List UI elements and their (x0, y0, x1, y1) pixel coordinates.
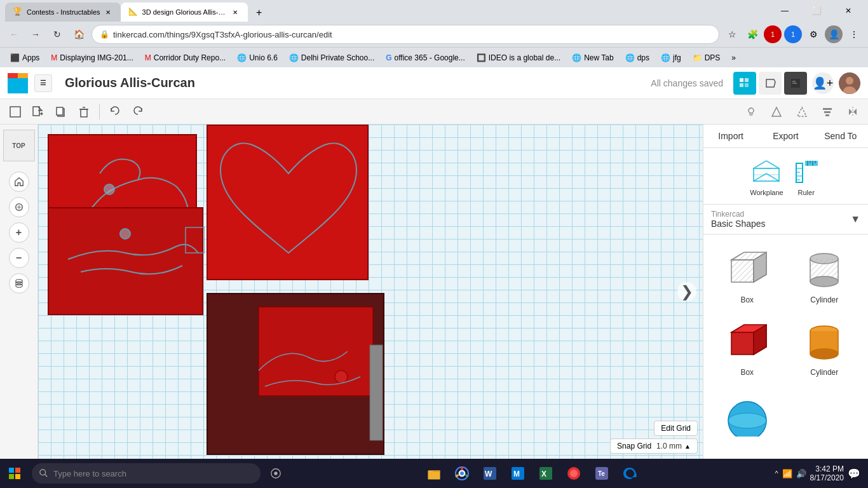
view-cube[interactable]: TOP (3, 130, 35, 161)
network-icon[interactable]: 📶 (782, 469, 792, 478)
right-tools-section: Workplane (703, 148, 868, 205)
shape-blue-sphere[interactable] (711, 387, 783, 442)
hole-tool[interactable] (792, 102, 812, 122)
tab1-close[interactable]: ✕ (103, 7, 113, 17)
zoom-in-button[interactable]: + (9, 222, 29, 243)
maximize-button[interactable]: ⬜ (802, 1, 831, 21)
3d-view-button[interactable] (733, 72, 756, 95)
profile-icon[interactable]: 1 (764, 25, 782, 43)
user-avatar[interactable] (839, 72, 860, 94)
search-input[interactable]: Type here to search (53, 469, 126, 478)
logo-cell-blue12 (23, 88, 28, 93)
zoom-out-button[interactable]: − (9, 248, 29, 268)
redo-button[interactable] (128, 102, 148, 122)
forward-button[interactable]: → (27, 25, 44, 43)
shape-top-right[interactable] (207, 125, 369, 280)
bookmark-unio[interactable]: 🌐 Unio 6.6 (232, 51, 283, 64)
code-view-button[interactable] (784, 72, 807, 95)
shape-orange-cylinder[interactable]: Cylinder (789, 315, 861, 382)
new-tab-button[interactable]: + (250, 4, 268, 22)
taskbar-search-bar[interactable]: Type here to search (32, 463, 261, 484)
menu-icon[interactable]: ⋮ (845, 25, 863, 43)
new-shape-button[interactable] (5, 102, 25, 122)
copy-icon (55, 105, 67, 118)
bookmark-dps[interactable]: 🌐 dps (620, 51, 654, 64)
notification-icon[interactable]: 💬 (848, 468, 860, 480)
align-tool[interactable] (817, 102, 837, 122)
apps-favicon: ⬛ (10, 53, 20, 62)
edge-taskbar[interactable] (617, 461, 642, 486)
unio-label: Unio 6.6 (249, 53, 278, 62)
shape-middle-left[interactable] (48, 207, 203, 315)
shape-gray-cylinder[interactable]: Cylinder (789, 242, 861, 309)
close-button[interactable]: ✕ (834, 1, 863, 21)
bookmark-ideo[interactable]: 🔲 IDEO is a global de... (471, 51, 566, 64)
url-bar[interactable]: 🔒 tinkercad.com/things/9XgsqT3sfxA-glori… (92, 25, 719, 44)
bookmark-jfg[interactable]: 🌐 jfg (656, 51, 686, 64)
import-button[interactable] (28, 102, 48, 122)
refresh-button[interactable]: ↻ (48, 25, 66, 43)
chevron-icon[interactable]: ^ (775, 470, 778, 477)
browser-tab-2[interactable]: 📐 3D design Glorious Allis-Curcan ✕ (121, 3, 248, 22)
home-view-button[interactable] (9, 172, 29, 192)
bookmark-displaying[interactable]: M Displaying IMG-201... (46, 51, 138, 64)
delete-button[interactable] (74, 102, 94, 122)
fit-view-button[interactable] (9, 197, 29, 217)
extensions-icon[interactable]: 🧩 (743, 25, 761, 43)
add-user-button[interactable]: 👤+ (812, 72, 834, 94)
undo-button[interactable] (105, 102, 125, 122)
dps-label: dps (637, 53, 649, 62)
send-to-button[interactable]: Send To (813, 125, 868, 147)
menu-lines-button[interactable]: ☰ (34, 74, 52, 92)
shapes-dropdown[interactable]: Tinkercad Basic Shapes ▼ (703, 205, 868, 234)
speaker-icon[interactable]: 🔊 (796, 469, 806, 478)
tray-icons: ^ 📶 🔊 (775, 469, 806, 478)
bookmark-dps2[interactable]: 📁 DPS (688, 51, 726, 64)
logo-cell-blue4 (23, 78, 28, 83)
user-avatar-icon[interactable]: 👤 (825, 25, 843, 43)
app5-taskbar[interactable] (561, 461, 587, 486)
start-button[interactable] (0, 459, 29, 488)
outlook-taskbar[interactable]: M (505, 461, 531, 486)
canvas-arrow-button[interactable]: ❯ (677, 282, 696, 301)
back-button[interactable]: ← (5, 25, 23, 43)
mirror-tool[interactable] (843, 102, 863, 122)
minimize-button[interactable]: — (770, 1, 799, 21)
import-button[interactable]: Import (703, 125, 758, 147)
profile-icon2[interactable]: 1 (784, 25, 802, 43)
edit-grid-button[interactable]: Edit Grid (654, 421, 698, 436)
chrome-taskbar[interactable] (449, 461, 475, 486)
layers-button[interactable] (9, 273, 29, 294)
shape-gray-box[interactable]: Box (711, 242, 783, 309)
export-button[interactable]: Export (758, 125, 813, 147)
task-view-button[interactable] (263, 461, 288, 486)
shape-bottom-right[interactable] (207, 293, 384, 455)
copy-button[interactable] (51, 102, 71, 122)
bookmark-apps[interactable]: ⬛ Apps (5, 51, 44, 64)
light-icon[interactable] (741, 102, 761, 122)
clock[interactable]: 3:42 PM 8/17/2020 (810, 464, 844, 482)
file-explorer-taskbar[interactable] (421, 461, 447, 486)
bookmark-corridor[interactable]: M Corridor Duty Repo... (140, 51, 231, 64)
ruler-tool[interactable]: Ruler (791, 156, 822, 196)
home-button[interactable]: 🏠 (70, 25, 88, 43)
word-taskbar[interactable]: W (477, 461, 503, 486)
teams-taskbar[interactable]: Te (589, 461, 614, 486)
bookmark-newtab[interactable]: 🌐 New Tab (567, 51, 618, 64)
snap-grid-control[interactable]: Snap Grid 1.0 mm ▲ (610, 438, 698, 454)
bookmark-delhi[interactable]: 🌐 Delhi Private Schoo... (284, 51, 379, 64)
new-shape-icon (9, 105, 22, 118)
shape-tool[interactable] (766, 102, 787, 122)
excel-taskbar[interactable]: X (533, 461, 559, 486)
bookmark-more[interactable]: » (726, 51, 741, 64)
browser-tab-1[interactable]: 🏆 Contests - Instructables ✕ (5, 3, 121, 22)
star-icon[interactable]: ☆ (723, 25, 741, 43)
tab2-close[interactable]: ✕ (230, 7, 240, 17)
workplane-tool[interactable]: Workplane (750, 156, 783, 196)
shape-red-box[interactable]: Box (711, 315, 783, 382)
canvas[interactable]: ❯ Edit Grid Snap Grid 1.0 mm ▲ (38, 125, 703, 459)
schematic-view-button[interactable] (759, 72, 782, 95)
bookmark-office365[interactable]: G office 365 - Google... (381, 51, 470, 64)
settings-icon[interactable]: ⚙ (804, 25, 822, 43)
main-content: TOP + − (0, 125, 868, 459)
